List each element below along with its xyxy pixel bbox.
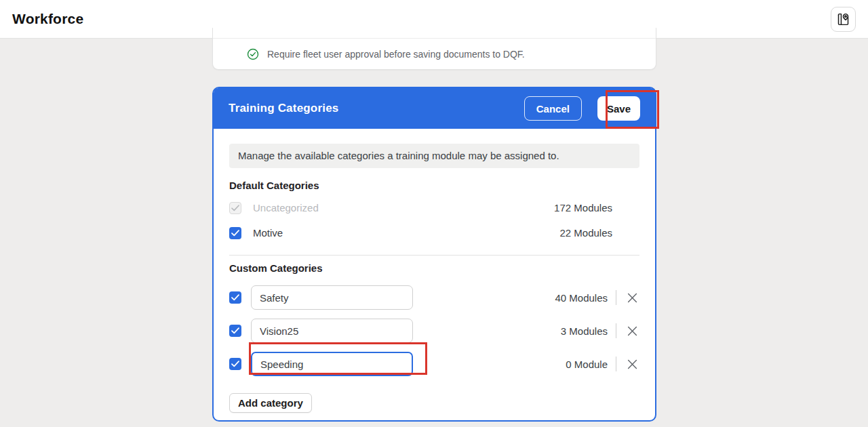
custom-categories-heading: Custom Categories [229,262,639,274]
checkbox-speeding[interactable] [229,358,241,370]
section-divider [229,255,639,256]
checkmark-icon [231,230,239,237]
category-row-motive: Motive 22 Modules [229,220,639,245]
category-name-input[interactable] [251,319,413,343]
category-row-safety: 40 Modules [229,285,639,310]
remove-category-button[interactable] [625,290,639,305]
modules-count: 172 Modules [554,202,612,214]
modules-count: 40 Modules [555,292,608,304]
checkbox-safety[interactable] [229,291,241,304]
approval-setting-text: Require fleet user approval before savin… [267,49,525,60]
save-button[interactable]: Save [597,96,640,121]
default-categories-heading: Default Categories [229,180,639,191]
category-row-speeding: 0 Module [229,352,639,376]
checkmark-icon [231,205,239,211]
panel-header: Training Categories Cancel Save [214,88,655,129]
settings-card-partial: Require fleet user approval before savin… [212,28,656,70]
modules-count: 3 Modules [561,325,608,337]
close-icon [627,293,637,303]
add-category-button[interactable]: Add category [229,393,312,413]
remove-category-button[interactable] [625,357,639,371]
category-row-vision25: 3 Modules [229,319,639,343]
checkbox-vision25[interactable] [229,325,241,337]
check-circle-icon [247,48,259,60]
category-label: Motive [253,227,283,239]
close-icon [627,359,637,369]
checkmark-icon [231,294,239,301]
approval-setting-row: Require fleet user approval before savin… [213,39,656,69]
panel-description: Manage the available categories a traini… [229,144,639,168]
category-name-input[interactable] [251,352,413,376]
row-divider [616,357,616,371]
modules-count: 22 Modules [559,227,612,239]
training-categories-panel: Training Categories Cancel Save Manage t… [212,87,656,422]
row-divider [616,323,616,338]
panel-body: Manage the available categories a traini… [214,129,655,413]
modules-count: 0 Module [566,359,608,370]
checkmark-icon [231,361,239,367]
map-button[interactable] [831,7,856,32]
checkbox-motive[interactable] [229,227,241,239]
clipped-setting-row [213,28,656,39]
close-icon [627,326,637,336]
panel-title: Training Categories [229,102,524,115]
remove-category-button[interactable] [625,323,639,338]
category-name-input[interactable] [251,285,413,310]
checkbox-uncategorized [229,202,241,214]
row-divider [616,290,616,305]
checkmark-icon [231,327,239,334]
cancel-button[interactable]: Cancel [524,96,582,121]
category-label: Uncategorized [253,202,319,214]
category-row-uncategorized: Uncategorized 172 Modules [229,195,639,220]
map-pin-icon [836,12,850,26]
app-title: Workforce [12,11,83,27]
